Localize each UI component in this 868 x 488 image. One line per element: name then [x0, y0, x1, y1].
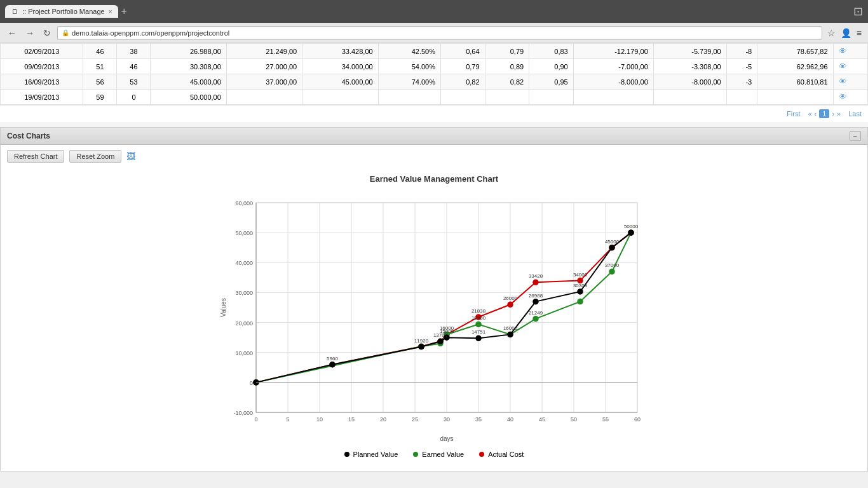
- table-cell-12: -3: [726, 74, 757, 90]
- svg-text:21838: 21838: [471, 308, 486, 314]
- svg-text:Values: Values: [220, 298, 227, 317]
- pagination-next2[interactable]: »: [837, 110, 841, 118]
- table-cell-8: [485, 90, 529, 105]
- view-icon[interactable]: 👁: [839, 46, 847, 56]
- svg-point-81: [438, 339, 443, 344]
- table-cell-11: -3.308,00: [653, 59, 726, 74]
- table-cell-0: 16/09/2013: [1, 74, 83, 90]
- table-cell-10: -8.000,00: [573, 74, 653, 90]
- page-content: 02/09/2013463826.988,0021.249,0033.428,0…: [0, 43, 868, 471]
- menu-button[interactable]: ≡: [855, 27, 863, 39]
- table-cell-7: 0,82: [440, 74, 485, 90]
- svg-text:35: 35: [475, 416, 482, 423]
- table-cell-9: 0,90: [529, 59, 574, 74]
- svg-text:30308: 30308: [573, 283, 588, 288]
- table-cell-9: [529, 90, 574, 105]
- table-cell-9: 0,95: [529, 74, 574, 90]
- table-cell-7: [440, 90, 485, 105]
- pagination-next1[interactable]: ›: [832, 110, 834, 118]
- active-tab[interactable]: 🗒 :: Project Portfolio Manage ×: [5, 5, 118, 18]
- table-cell-6: 54.00%: [378, 59, 440, 74]
- table-cell-2: 38: [117, 44, 151, 59]
- table-cell-7: 0,64: [440, 44, 485, 59]
- table-cell-12: [726, 90, 757, 105]
- svg-text:60,000: 60,000: [235, 200, 253, 207]
- planned-value-dot: [344, 452, 349, 457]
- pagination-prev1[interactable]: ‹: [815, 110, 817, 118]
- pagination-current[interactable]: 1: [819, 109, 829, 118]
- table-cell-8: 0,79: [485, 44, 529, 59]
- collapse-charts-button[interactable]: −: [850, 131, 861, 141]
- table-row: 09/09/2013514630.308,0027.000,0034.000,0…: [1, 59, 868, 74]
- svg-text:5: 5: [286, 416, 289, 423]
- table-cell-13: 60.810,81: [757, 74, 833, 90]
- svg-point-93: [609, 245, 614, 250]
- reset-zoom-button[interactable]: Reset Zoom: [69, 150, 121, 163]
- back-button[interactable]: ←: [5, 27, 19, 39]
- view-icon-cell[interactable]: 👁: [833, 59, 867, 74]
- svg-text:40,000: 40,000: [235, 260, 253, 266]
- nav-bar: ← → ↻ 🔒 demo.talaia-openppm.com/openppm/…: [0, 23, 868, 43]
- table-cell-0: 09/09/2013: [1, 59, 83, 74]
- svg-point-70: [533, 316, 538, 322]
- table-cell-3: 45.000,00: [151, 74, 226, 90]
- svg-point-79: [419, 344, 424, 349]
- address-bar[interactable]: 🔒 demo.talaia-openppm.com/openppm/projec…: [57, 26, 822, 40]
- svg-text:34000: 34000: [573, 272, 588, 278]
- svg-text:11920: 11920: [414, 338, 429, 344]
- nav-icons: ☆ 👤 ≡: [826, 27, 863, 39]
- new-tab-button[interactable]: +: [121, 6, 126, 17]
- table-cell-1: 46: [83, 44, 117, 59]
- planned-value-label: Planned Value: [353, 451, 398, 458]
- svg-text:10: 10: [316, 416, 323, 423]
- svg-point-72: [578, 299, 583, 304]
- evm-svg-chart: -10,000010,00020,00030,00040,00050,00060…: [218, 190, 650, 444]
- svg-point-54: [508, 302, 513, 307]
- forward-button[interactable]: →: [23, 27, 37, 39]
- tab-close-btn[interactable]: ×: [109, 8, 112, 15]
- table-cell-10: -12.179,00: [573, 44, 653, 59]
- table-cell-12: -8: [726, 44, 757, 59]
- view-icon[interactable]: 👁: [839, 77, 847, 86]
- data-table-section: 02/09/2013463826.988,0021.249,0033.428,0…: [0, 43, 868, 122]
- export-icon[interactable]: 🖼: [126, 151, 135, 161]
- svg-point-73: [609, 269, 614, 274]
- svg-text:10,000: 10,000: [235, 350, 253, 356]
- svg-point-95: [628, 230, 634, 235]
- pagination-prev2[interactable]: «: [808, 110, 811, 118]
- svg-text:26988: 26988: [529, 293, 543, 299]
- pagination-first[interactable]: First: [787, 110, 800, 118]
- table-cell-3: 30.308,00: [151, 59, 226, 74]
- svg-point-56: [533, 280, 538, 285]
- svg-text:55: 55: [602, 416, 609, 423]
- svg-text:20: 20: [380, 416, 386, 423]
- table-cell-4: 37.000,00: [226, 74, 302, 90]
- view-icon-cell[interactable]: 👁: [833, 74, 867, 90]
- svg-text:0: 0: [250, 380, 253, 386]
- view-icon-cell[interactable]: 👁: [833, 44, 867, 59]
- svg-text:45000: 45000: [605, 239, 620, 245]
- view-icon-cell[interactable]: 👁: [833, 90, 867, 105]
- window-controls[interactable]: ⊡: [853, 4, 863, 18]
- refresh-chart-button[interactable]: Refresh Chart: [7, 150, 64, 163]
- charts-title: Cost Charts: [7, 132, 50, 140]
- svg-text:5960: 5960: [327, 356, 338, 362]
- table-cell-2: 0: [117, 90, 151, 105]
- view-icon[interactable]: 👁: [839, 92, 847, 102]
- svg-text:30: 30: [444, 416, 450, 423]
- svg-text:-10,000: -10,000: [233, 410, 253, 416]
- pagination-last[interactable]: Last: [848, 110, 862, 118]
- chart-legend: Planned Value Earned Value Actual Cost: [344, 451, 524, 458]
- table-cell-5: 33.428,00: [302, 44, 378, 59]
- refresh-button[interactable]: ↻: [41, 27, 53, 39]
- svg-text:30,000: 30,000: [235, 290, 253, 296]
- table-cell-10: -7.000,00: [573, 59, 653, 74]
- actual-cost-label: Actual Cost: [488, 451, 524, 458]
- user-account-button[interactable]: 👤: [839, 27, 853, 39]
- bookmark-button[interactable]: ☆: [826, 27, 837, 39]
- table-cell-13: 78.657,82: [757, 44, 833, 59]
- tab-bar: 🗒 :: Project Portfolio Manage × +: [5, 5, 127, 18]
- table-cell-6: 74.00%: [378, 74, 440, 90]
- svg-text:50,000: 50,000: [235, 230, 253, 236]
- view-icon[interactable]: 👁: [839, 62, 847, 71]
